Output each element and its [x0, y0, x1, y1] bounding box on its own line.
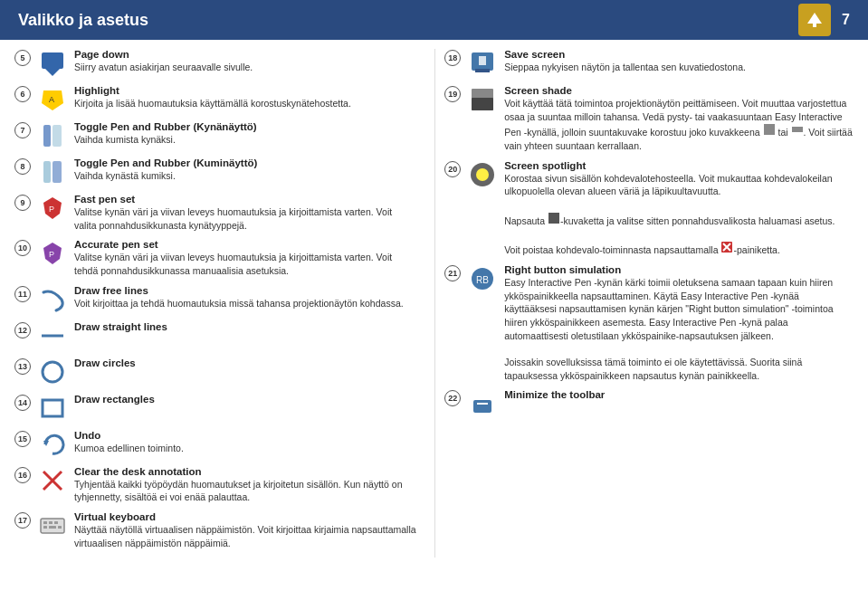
svg-rect-15	[43, 400, 62, 416]
svg-rect-5	[43, 125, 51, 147]
svg-rect-28	[479, 56, 486, 65]
item-number-5: 5	[14, 50, 31, 66]
list-item: 20 Screen spotlight Korostaa sivun sisäl…	[444, 160, 854, 257]
item-number-20: 20	[444, 161, 461, 177]
item-10-desc: Valitse kynän väri ja viivan leveys huom…	[74, 251, 416, 277]
svg-rect-6	[52, 125, 62, 147]
item-number-22: 22	[444, 390, 461, 406]
item-20-title: Screen spotlight	[504, 160, 854, 171]
page-number: 7	[842, 12, 850, 28]
list-item: 10 P Accurate pen set Valitse kynän väri…	[14, 239, 416, 277]
item-17-desc: Näyttää näytöllä virtuaalisen näppäimist…	[74, 523, 416, 549]
draw-circle-icon	[38, 357, 67, 386]
item-9-desc: Valitse kynän väri ja viivan leveys huom…	[74, 205, 416, 232]
svg-text:A: A	[49, 95, 54, 104]
list-item: 13 Draw circles	[14, 357, 416, 386]
toggle-rubber-icon	[38, 157, 67, 186]
item-10-title: Accurate pen set	[74, 239, 416, 250]
item-number-10: 10	[14, 240, 31, 256]
right-button-simulation-icon: RB	[468, 264, 497, 293]
svg-rect-27	[475, 69, 490, 72]
screen-spotlight-icon	[468, 160, 497, 189]
item-number-6: 6	[14, 86, 31, 102]
list-item: 7 Toggle Pen and Rubber (Kynänäyttö) Vai…	[14, 121, 416, 150]
item-number-8: 8	[14, 158, 31, 175]
list-item: 15 Undo Kumoa edellinen toiminto.	[14, 430, 416, 459]
list-item: 8 Toggle Pen and Rubber (Kuminäyttö) Vai…	[14, 157, 416, 186]
draw-free-icon	[38, 285, 67, 314]
svg-rect-24	[49, 526, 56, 529]
item-16-desc: Tyhjentää kaikki työpöydän huomautukset …	[74, 478, 416, 504]
item-number-11: 11	[14, 286, 31, 302]
item-number-19: 19	[444, 86, 461, 102]
svg-rect-42	[477, 403, 488, 405]
accurate-pen-icon: P	[38, 239, 67, 268]
item-16-title: Clear the desk annotation	[74, 466, 416, 477]
item-18-title: Save screen	[504, 49, 854, 60]
item-8-title: Toggle Pen and Rubber (Kuminäyttö)	[74, 157, 416, 168]
list-item: 11 Draw free lines Voit kirjoittaa ja te…	[14, 285, 416, 314]
item-13-title: Draw circles	[74, 357, 416, 368]
list-item: 17 Virtual keyboard Näyttää näytöllä vir…	[14, 511, 416, 549]
svg-text:P: P	[49, 205, 54, 214]
svg-rect-1	[42, 52, 63, 69]
item-5-desc: Siirry avatun asiakirjan seuraavalle siv…	[74, 61, 416, 74]
draw-straight-icon	[38, 321, 67, 350]
list-item: 12 Draw straight lines	[14, 321, 416, 350]
item-number-15: 15	[14, 431, 31, 447]
item-number-12: 12	[14, 322, 31, 338]
svg-rect-8	[52, 161, 62, 183]
list-item: 9 P Fast pen set Valitse kynän väri ja v…	[14, 194, 416, 232]
svg-text:RB: RB	[476, 275, 489, 285]
svg-rect-21	[49, 521, 52, 524]
item-19-desc: Voit käyttää tätä toimintoa projektionäy…	[504, 97, 854, 153]
svg-rect-41	[473, 400, 491, 413]
item-21-desc: Easy Interactive Pen -kynän kärki toimii…	[504, 276, 854, 383]
item-9-title: Fast pen set	[74, 194, 416, 205]
list-item: 18 Save screen Sieppaa nykyisen näytön j…	[444, 49, 854, 78]
svg-marker-2	[43, 67, 62, 76]
list-item: 16 Clear the desk annotation Tyhjentää k…	[14, 466, 416, 504]
top-icon[interactable]	[798, 4, 831, 36]
left-column: 5 Page down Siirry avatun asiakirjan seu…	[14, 49, 434, 558]
list-item: 14 Draw rectangles	[14, 394, 416, 423]
item-number-9: 9	[14, 195, 31, 211]
header-title: Valikko ja asetus	[18, 11, 148, 30]
right-column: 18 Save screen Sieppaa nykyisen näytön j…	[434, 49, 854, 558]
toggle-pen-icon	[38, 121, 67, 150]
item-number-14: 14	[14, 395, 31, 411]
item-8-desc: Vaihda kynästä kumiksi.	[74, 169, 416, 183]
svg-rect-35	[548, 213, 559, 224]
item-14-title: Draw rectangles	[74, 394, 416, 405]
item-15-desc: Kumoa edellinen toiminto.	[74, 442, 416, 455]
list-item: 6 A Highlight Kirjoita ja lisää huomautu…	[14, 85, 416, 114]
svg-rect-20	[43, 521, 47, 524]
item-11-desc: Voit kirjoittaa ja tehdä huomautuksia mi…	[74, 297, 416, 310]
svg-rect-22	[54, 521, 58, 524]
item-15-title: Undo	[74, 430, 416, 441]
item-number-13: 13	[14, 358, 31, 375]
svg-rect-31	[764, 124, 775, 135]
minimize-toolbar-icon	[468, 389, 497, 418]
page-down-icon	[38, 49, 67, 78]
item-number-17: 17	[14, 512, 31, 529]
item-6-title: Highlight	[74, 85, 416, 96]
fast-pen-icon: P	[38, 194, 67, 223]
svg-rect-32	[792, 127, 803, 132]
item-17-title: Virtual keyboard	[74, 511, 416, 522]
header: Valikko ja asetus 7	[0, 0, 868, 40]
item-5-title: Page down	[74, 49, 416, 60]
item-21-title: Right button simulation	[504, 264, 854, 275]
clear-desk-icon	[38, 466, 67, 495]
list-item: 5 Page down Siirry avatun asiakirjan seu…	[14, 49, 416, 78]
list-item: 21 RB Right button simulation Easy Inter…	[444, 264, 854, 383]
save-screen-icon	[468, 49, 497, 78]
svg-rect-25	[58, 526, 62, 529]
screen-shade-icon	[468, 85, 497, 114]
item-19-title: Screen shade	[504, 85, 854, 96]
item-6-desc: Kirjoita ja lisää huomautuksia käyttämäl…	[74, 97, 416, 110]
list-item: 19 Screen shade Voit käyttää tätä toimin…	[444, 85, 854, 153]
item-number-7: 7	[14, 122, 31, 138]
item-11-title: Draw free lines	[74, 285, 416, 296]
item-22-title: Minimize the toolbar	[504, 389, 854, 400]
